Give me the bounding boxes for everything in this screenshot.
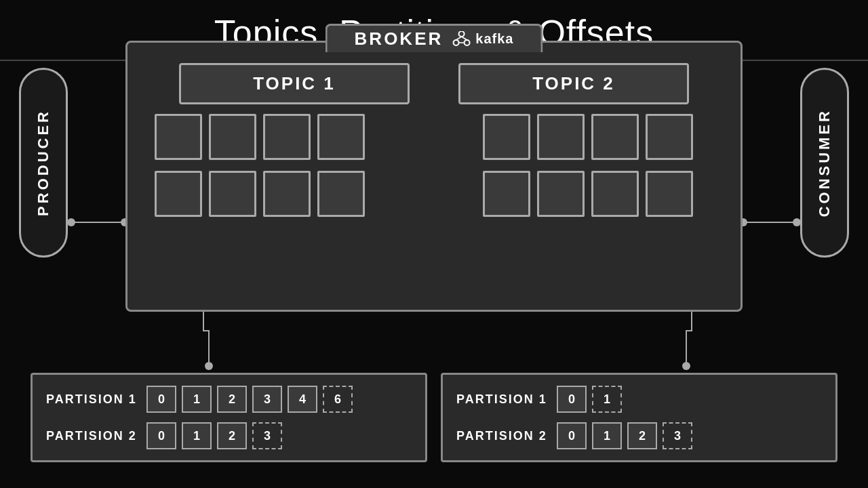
t2-p1-c4 [646,114,693,160]
topic1-partition-row1 [155,114,385,160]
topic1-box: TOPIC 1 [179,63,410,104]
page-container: Topics, Partitions & Offsets PRODUCER CO… [0,0,868,488]
topic2-box: TOPIC 2 [458,63,689,104]
t1-p2-o1: 1 [182,422,212,449]
kafka-icon [451,31,471,47]
producer-pill: PRODUCER [19,68,68,258]
topic2-detail-p2: PARTISION 2 0 1 2 3 [456,422,822,449]
t2-p2-c2 [537,171,585,217]
broker-header: BROKER kafka [326,24,543,52]
t2-p2-o1: 1 [592,422,622,449]
t2-p1-c1 [483,114,530,160]
t1-p2-c2 [209,171,256,217]
t2-p1-o1: 1 [592,386,622,413]
t1-p2-o0: 0 [146,422,176,449]
kafka-text: kafka [475,31,513,47]
t1-p1-c4 [317,114,365,160]
topic2-p1-label: PARTISION 1 [456,392,551,407]
topic2-partition-row2 [483,171,713,217]
t1-p2-c3 [263,171,311,217]
svg-point-9 [453,40,458,45]
t2-p1-c3 [591,114,639,160]
t2-p2-o2: 2 [627,422,657,449]
topic1-detail-box: PARTISION 1 0 1 2 3 4 6 PARTISION 2 0 1 … [31,373,427,462]
t1-p1-c1 [155,114,202,160]
t2-p1-o0: 0 [557,386,587,413]
broker-box: BROKER kafka TOPIC 1 TOPIC 2 [125,41,743,312]
svg-point-1 [67,218,75,226]
svg-point-7 [682,362,690,370]
svg-point-8 [458,31,464,37]
consumer-pill: CONSUMER [800,68,849,258]
topic1-partition-row2 [155,171,385,217]
t1-p1-c3 [263,114,311,160]
partitions-grid [155,114,713,217]
topic1-p1-label: PARTISION 1 [46,392,141,407]
t1-p2-o2: 2 [217,422,247,449]
t1-p1-o0: 0 [146,386,176,413]
topic1-partitions [155,114,385,217]
broker-label: BROKER [355,28,443,49]
t2-p2-o3: 3 [663,422,692,449]
t2-p2-c3 [591,171,639,217]
t1-p2-c1 [155,171,202,217]
topic2-detail-p1: PARTISION 1 0 1 [456,386,822,413]
topics-row: TOPIC 1 TOPIC 2 [127,63,741,104]
partition-details-row: PARTISION 1 0 1 2 3 4 6 PARTISION 2 0 1 … [31,373,837,462]
t1-p1-o1: 1 [182,386,212,413]
t2-p1-c2 [537,114,585,160]
topic2-partition-row1 [483,114,713,160]
t1-p2-o3: 3 [252,422,282,449]
t1-p1-o3: 3 [252,386,282,413]
producer-label: PRODUCER [35,109,52,216]
t1-p1-c2 [209,114,256,160]
t2-p2-o0: 0 [557,422,587,449]
t2-p2-c1 [483,171,530,217]
topic1-detail-p1: PARTISION 1 0 1 2 3 4 6 [46,386,412,413]
topic2-p2-label: PARTISION 2 [456,429,551,443]
t2-p2-c4 [646,171,693,217]
svg-point-10 [464,40,469,45]
kafka-logo: kafka [451,31,513,47]
t1-p2-c4 [317,171,365,217]
topic1-detail-p2: PARTISION 2 0 1 2 3 [46,422,412,449]
t1-p1-o2: 2 [217,386,247,413]
consumer-label: CONSUMER [816,108,833,217]
t1-p1-o4: 4 [288,386,317,413]
topic1-p2-label: PARTISION 2 [46,429,141,443]
t1-p1-o6: 6 [323,386,353,413]
topic2-partitions [483,114,713,217]
topic2-detail-box: PARTISION 1 0 1 PARTISION 2 0 1 2 3 [441,373,837,462]
svg-point-6 [205,362,213,370]
svg-line-11 [456,37,461,40]
svg-line-12 [461,37,467,40]
